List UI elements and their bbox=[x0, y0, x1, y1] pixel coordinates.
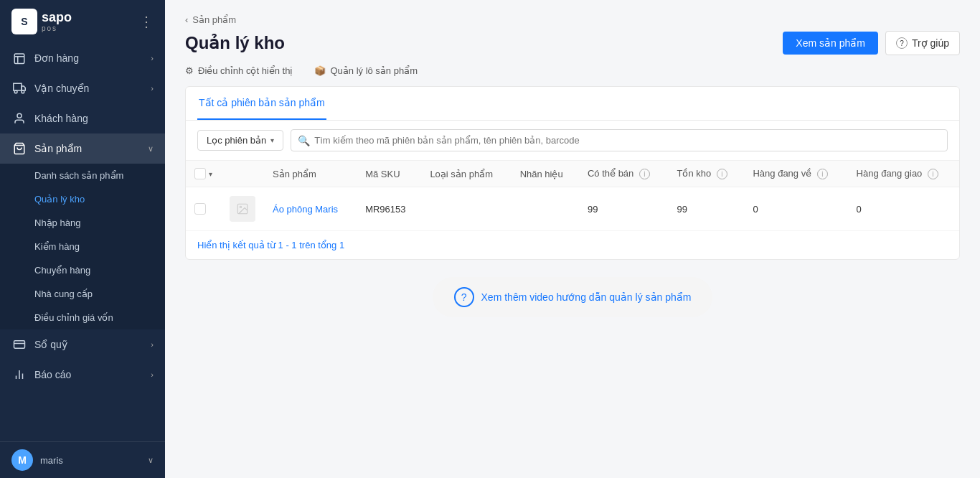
col-nhan-hieu: Nhãn hiệu bbox=[512, 161, 579, 187]
view-product-button[interactable]: Xem sản phẩm bbox=[783, 32, 878, 55]
chevron-right-icon: › bbox=[151, 340, 154, 349]
checkbox-dropdown-icon[interactable]: ▾ bbox=[209, 170, 212, 178]
settings-icon: ⚙ bbox=[185, 65, 194, 76]
svg-point-7 bbox=[17, 113, 22, 118]
row-product-type bbox=[421, 187, 511, 231]
svg-marker-4 bbox=[22, 86, 25, 90]
chevron-right-icon: › bbox=[151, 370, 154, 379]
search-icon: 🔍 bbox=[298, 135, 310, 146]
sidebar-item-quan-ly-kho[interactable]: Quản lý kho bbox=[0, 187, 165, 211]
page-header: Quản lý kho Xem sản phẩm ? Trợ giúp bbox=[185, 31, 960, 55]
sidebar-item-san-pham[interactable]: Sản phẩm ∨ bbox=[0, 133, 165, 164]
chevron-down-icon: ∨ bbox=[148, 144, 154, 154]
user-menu[interactable]: M maris ∨ bbox=[0, 441, 165, 478]
search-input[interactable] bbox=[291, 129, 948, 151]
svg-point-6 bbox=[22, 90, 24, 93]
col-ma-sku: Mã SKU bbox=[357, 161, 421, 187]
table-body: Áo phông Maris MR96153 99 99 0 0 bbox=[186, 187, 959, 231]
col-co-the-ban: Có thể bán i bbox=[579, 161, 669, 187]
co-the-ban-info-icon[interactable]: i bbox=[639, 169, 650, 179]
row-checkbox-cell bbox=[186, 187, 221, 231]
filter-bar: Lọc phiên bản ▾ 🔍 bbox=[186, 121, 959, 161]
sidebar-header: S sapo pos ⋮ bbox=[0, 0, 165, 43]
hang-dang-giao-info-icon[interactable]: i bbox=[928, 169, 938, 179]
hang-dang-ve-info-icon[interactable]: i bbox=[817, 169, 828, 179]
row-hang-dang-giao: 0 bbox=[848, 187, 959, 231]
sidebar-item-dieu-chinh-gia-von[interactable]: Điều chỉnh giá vốn bbox=[0, 306, 165, 329]
sidebar: S sapo pos ⋮ Đơn hàng › Vận chuyển › bbox=[0, 0, 165, 478]
checkbox-header: ▾ bbox=[186, 161, 221, 187]
user-chevron-icon: ∨ bbox=[148, 456, 154, 465]
breadcrumb-parent[interactable]: Sản phẩm bbox=[192, 14, 236, 25]
table-head: ▾ Sản phẩm Mã SKU Loại sản phẩm Nhãn hiệ… bbox=[186, 161, 959, 187]
svg-point-5 bbox=[14, 90, 17, 93]
orders-icon bbox=[11, 50, 27, 66]
shipping-icon bbox=[11, 80, 27, 96]
sidebar-item-kiem-hang[interactable]: Kiểm hàng bbox=[0, 235, 165, 258]
sidebar-item-nha-cung-cap[interactable]: Nhà cung cấp bbox=[0, 282, 165, 306]
manage-lot-button[interactable]: 📦 Quản lý lô sản phẩm bbox=[314, 65, 418, 76]
sidebar-item-chuyen-hang[interactable]: Chuyển hàng bbox=[0, 258, 165, 282]
col-loai-san-pham: Loại sản phẩm bbox=[421, 161, 511, 187]
result-info: Hiển thị kết quả từ 1 - 1 trên tổng 1 bbox=[186, 231, 959, 259]
logo: S sapo pos bbox=[11, 9, 72, 34]
report-icon bbox=[11, 367, 27, 383]
filter-variant-button[interactable]: Lọc phiên bản ▾ bbox=[197, 130, 283, 151]
chevron-right-icon: › bbox=[151, 54, 154, 62]
col-san-pham: Sản phẩm bbox=[264, 161, 357, 187]
inventory-table: ▾ Sản phẩm Mã SKU Loại sản phẩm Nhãn hiệ… bbox=[186, 161, 959, 231]
sidebar-item-so-quy[interactable]: Sổ quỹ › bbox=[0, 329, 165, 360]
main-content: ‹ Sản phẩm Quản lý kho Xem sản phẩm ? Tr… bbox=[165, 0, 980, 478]
help-icon: ? bbox=[896, 37, 908, 49]
svg-rect-0 bbox=[14, 54, 24, 64]
inventory-card: Tất cả phiên bản sản phẩm Lọc phiên bản … bbox=[185, 86, 960, 260]
select-all-checkbox[interactable] bbox=[194, 168, 206, 179]
sidebar-item-nhap-hang[interactable]: Nhập hàng bbox=[0, 211, 165, 235]
cash-icon bbox=[11, 337, 27, 352]
row-sku: MR96153 bbox=[357, 187, 421, 231]
sidebar-item-danh-sach[interactable]: Danh sách sản phẩm bbox=[0, 164, 165, 187]
svg-rect-9 bbox=[14, 341, 25, 349]
row-hang-dang-ve: 0 bbox=[744, 187, 847, 231]
col-hang-dang-ve: Hàng đang về i bbox=[744, 161, 847, 187]
svg-point-15 bbox=[240, 206, 241, 207]
logo-icon: S bbox=[11, 9, 37, 34]
adjust-columns-button[interactable]: ⚙ Điều chỉnh cột hiển thị bbox=[185, 65, 293, 76]
table-row: Áo phông Maris MR96153 99 99 0 0 bbox=[186, 187, 959, 231]
help-button[interactable]: ? Trợ giúp bbox=[885, 31, 960, 55]
breadcrumb-chevron: ‹ bbox=[185, 14, 188, 25]
filter-dropdown-icon: ▾ bbox=[270, 136, 274, 144]
row-ton-kho: 99 bbox=[669, 187, 745, 231]
video-hint-text: Xem thêm video hướng dẫn quản lý sản phẩ… bbox=[481, 291, 692, 303]
page-title: Quản lý kho bbox=[185, 33, 285, 53]
row-image-cell bbox=[221, 187, 264, 231]
col-ton-kho: Tồn kho i bbox=[669, 161, 745, 187]
sidebar-item-don-hang[interactable]: Đơn hàng › bbox=[0, 43, 165, 73]
lot-icon: 📦 bbox=[314, 65, 326, 76]
tab-all-variants[interactable]: Tất cả phiên bản sản phẩm bbox=[197, 87, 326, 120]
ton-kho-info-icon[interactable]: i bbox=[717, 169, 727, 179]
chevron-right-icon: › bbox=[151, 84, 154, 93]
sidebar-item-van-chuyen[interactable]: Vận chuyển › bbox=[0, 73, 165, 103]
toolbar: ⚙ Điều chỉnh cột hiển thị 📦 Quản lý lô s… bbox=[185, 65, 960, 76]
svg-rect-3 bbox=[14, 83, 22, 90]
more-options-icon[interactable]: ⋮ bbox=[139, 13, 154, 30]
row-brand bbox=[512, 187, 579, 231]
video-hint[interactable]: ? Xem thêm video hướng dẫn quản lý sản p… bbox=[433, 277, 713, 317]
product-icon bbox=[11, 141, 27, 156]
customer-icon bbox=[11, 111, 27, 126]
sidebar-item-khach-hang[interactable]: Khách hàng bbox=[0, 103, 165, 133]
tabs-bar: Tất cả phiên bản sản phẩm bbox=[186, 87, 959, 121]
product-thumbnail bbox=[230, 196, 255, 222]
header-actions: Xem sản phẩm ? Trợ giúp bbox=[783, 31, 960, 55]
breadcrumb: ‹ Sản phẩm bbox=[185, 14, 960, 25]
sidebar-item-bao-cao[interactable]: Báo cáo › bbox=[0, 360, 165, 390]
logo-text: sapo pos bbox=[42, 11, 72, 33]
col-hang-dang-giao: Hàng đang giao i bbox=[848, 161, 959, 187]
row-co-the-ban: 99 bbox=[579, 187, 669, 231]
username: maris bbox=[40, 455, 63, 466]
img-header bbox=[221, 161, 264, 187]
row-checkbox[interactable] bbox=[194, 203, 206, 215]
video-hint-icon: ? bbox=[454, 287, 474, 307]
row-product-name[interactable]: Áo phông Maris bbox=[264, 187, 357, 231]
